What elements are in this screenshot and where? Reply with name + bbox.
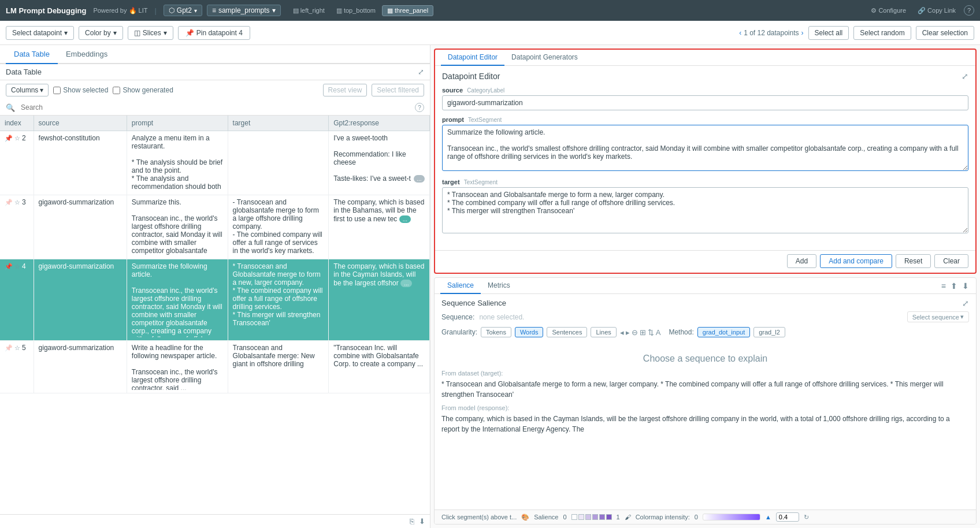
arrows-icon[interactable]: ⇅ xyxy=(648,328,654,337)
menu-icon[interactable]: ≡ xyxy=(940,280,947,292)
add-button[interactable]: Add xyxy=(787,254,816,268)
select-sequence-button[interactable]: Select sequence ▾ xyxy=(907,311,969,322)
color-by-button[interactable]: Color by ▾ xyxy=(79,26,123,40)
sal-box[interactable] xyxy=(571,514,577,520)
help-button[interactable]: ? xyxy=(964,5,974,16)
pin-icon: 📌 xyxy=(185,29,194,37)
sort-desc-icon[interactable]: ⬇ xyxy=(961,280,970,292)
columns-button[interactable]: Columns ▾ xyxy=(6,84,49,96)
col-header-source[interactable]: source xyxy=(34,116,127,131)
slices-button[interactable]: ◫ Slices ▾ xyxy=(128,26,173,40)
salience-label: Salience xyxy=(534,514,558,520)
sal-box[interactable] xyxy=(592,514,598,520)
model-response-text[interactable]: The company, which is based in the Cayma… xyxy=(441,414,969,434)
sal-box[interactable] xyxy=(585,514,591,520)
intensity-input[interactable] xyxy=(776,512,799,522)
reset-view-button[interactable]: Reset view xyxy=(323,84,368,96)
pin-icon[interactable]: 📌 xyxy=(5,199,13,206)
tab-metrics[interactable]: Metrics xyxy=(481,278,517,294)
method-grad-dot-button[interactable]: grad_dot_input xyxy=(697,327,750,337)
reset-button[interactable]: Reset xyxy=(896,254,931,268)
pin-icon[interactable]: 📌 xyxy=(5,135,13,142)
layout-tab-top-bottom[interactable]: ▥ top_bottom xyxy=(331,5,381,16)
star-icon[interactable]: ☆ xyxy=(14,263,20,270)
table-row-selected[interactable]: 📌 ☆ 4 gigaword-summar­ization Summarize … xyxy=(0,259,430,341)
clear-button[interactable]: Clear xyxy=(934,254,968,268)
sort-asc-icon[interactable]: ⬆ xyxy=(949,280,959,292)
dp-editor-title: Datapoint Editor ⤢ xyxy=(442,72,968,81)
gran-lines-button[interactable]: Lines xyxy=(591,327,616,337)
copy-icon[interactable]: ⎘ xyxy=(410,517,414,526)
pin-icon[interactable]: 📌 xyxy=(5,344,13,352)
show-generated-input[interactable] xyxy=(113,87,120,94)
expand-icon[interactable]: ⤢ xyxy=(962,299,969,308)
tab-data-table[interactable]: Data Table xyxy=(6,45,58,64)
cell-response: "Transocean Inc. will combine with Globa… xyxy=(329,341,430,393)
dataset-selector[interactable]: ≡ sample_prompts ▾ xyxy=(207,5,281,16)
copy-link-button[interactable]: 🔗 Copy Link xyxy=(914,6,959,16)
prompt-textarea[interactable]: Summarize the following article. Transoc… xyxy=(442,125,968,171)
grid-icon[interactable]: ⊞ xyxy=(640,328,646,337)
layout-tab-left-right[interactable]: ▤ left_right xyxy=(288,5,330,16)
clear-selection-button[interactable]: Clear selection xyxy=(916,26,974,40)
col-header-index[interactable]: index xyxy=(0,116,34,131)
next-arrow[interactable]: › xyxy=(801,29,804,37)
increase-icon[interactable]: ▸ xyxy=(626,328,630,337)
gran-tokens-button[interactable]: Tokens xyxy=(481,327,511,337)
configure-button[interactable]: ⚙ Configure xyxy=(867,6,910,16)
model-selector[interactable]: ⬡ Gpt2 ▾ xyxy=(164,5,202,16)
click-hint: Click segment(s) above t... xyxy=(441,514,517,520)
show-selected-input[interactable] xyxy=(53,87,61,94)
select-datapoint-button[interactable]: Select datapoint ▾ xyxy=(6,26,74,40)
chevron-down-icon: ▾ xyxy=(272,6,276,14)
select-filtered-button[interactable]: Select filtered xyxy=(372,84,424,96)
table-row[interactable]: 📌 ☆ 2 fewshot-constitution Analyze a men… xyxy=(0,131,430,195)
add-compare-button[interactable]: Add and compare xyxy=(820,254,892,268)
minus-icon[interactable]: ⊖ xyxy=(632,328,638,337)
star-icon[interactable]: ☆ xyxy=(14,199,20,206)
data-table-container: Data Table ⤢ Columns ▾ Show selected Sho… xyxy=(0,64,430,528)
text-icon[interactable]: A xyxy=(656,328,661,337)
sal-box[interactable] xyxy=(578,514,584,520)
refresh-icon[interactable]: ↻ xyxy=(804,514,809,521)
source-input[interactable] xyxy=(442,95,968,110)
search-input[interactable] xyxy=(18,102,411,113)
layout-tab-three-panel[interactable]: ▦ three_panel xyxy=(382,5,433,16)
gran-sentences-button[interactable]: Sentences xyxy=(547,327,587,337)
tab-embeddings[interactable]: Embeddings xyxy=(58,45,116,64)
search-help-icon[interactable]: ? xyxy=(415,103,424,112)
table-row[interactable]: 📌 ☆ 5 gigaword-summar­ization Write a he… xyxy=(0,341,430,393)
col-header-target[interactable]: target xyxy=(228,116,329,131)
dataset-text[interactable]: * Transocean and Globalsantafe merge to … xyxy=(441,379,969,400)
main-layout: Data Table Embeddings Data Table ⤢ Colum… xyxy=(0,45,980,528)
pin-datapoint-button[interactable]: 📌 Pin datapoint 4 xyxy=(178,26,250,40)
tab-salience[interactable]: Salience xyxy=(440,278,481,294)
decrease-icon[interactable]: ◂ xyxy=(620,328,624,337)
tab-datapoint-generators[interactable]: Datapoint Generators xyxy=(504,50,585,66)
method-grad-l2-button[interactable]: grad_l2 xyxy=(753,327,785,337)
col-header-prompt[interactable]: prompt xyxy=(127,116,228,131)
pin-icon[interactable]: 📌 xyxy=(5,263,13,270)
select-random-button[interactable]: Select random xyxy=(853,26,911,40)
prev-arrow[interactable]: ‹ xyxy=(739,29,741,37)
cell-index: 📌 ☆ 5 xyxy=(0,341,34,393)
table-scroll[interactable]: index source prompt target Gpt2:response xyxy=(0,116,430,514)
tab-datapoint-editor[interactable]: Datapoint Editor xyxy=(441,50,504,66)
expand-icon[interactable]: ⤢ xyxy=(962,72,968,81)
show-generated-checkbox[interactable]: Show generated xyxy=(113,86,173,94)
download-icon[interactable]: ⬇ xyxy=(419,517,425,526)
cell-index: 📌 ☆ 4 xyxy=(0,259,34,341)
col-header-response[interactable]: Gpt2:response xyxy=(329,116,430,131)
expand-icon[interactable]: ⤢ xyxy=(418,68,424,76)
star-icon[interactable]: ☆ xyxy=(14,135,20,142)
sal-box[interactable] xyxy=(606,514,612,520)
table-row[interactable]: 📌 ☆ 3 gigaword-summar­ization Summarize … xyxy=(0,195,430,259)
colormap-min: 0 xyxy=(695,514,698,520)
choose-sequence-title: Choose a sequence to explain xyxy=(441,354,969,364)
gran-words-button[interactable]: Words xyxy=(515,327,544,337)
sal-box[interactable] xyxy=(599,514,605,520)
select-all-button[interactable]: Select all xyxy=(808,26,849,40)
target-textarea[interactable]: * Transocean and Globalsantafe merge to … xyxy=(442,187,968,233)
show-selected-checkbox[interactable]: Show selected xyxy=(53,86,108,94)
star-icon[interactable]: ☆ xyxy=(14,344,20,352)
